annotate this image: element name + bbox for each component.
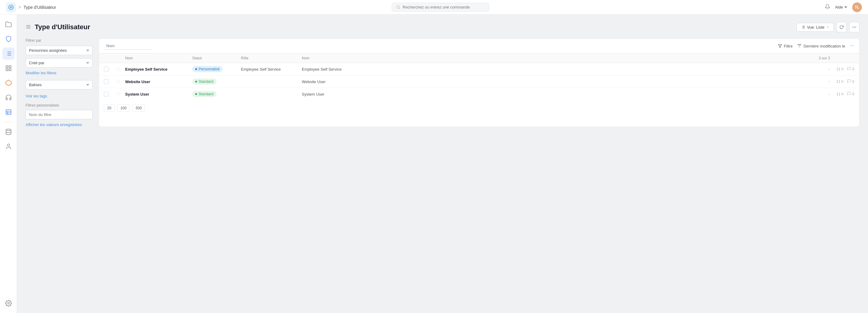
aide-button[interactable]: Aide [835, 5, 847, 9]
page-title: Type d'Utilisateur [35, 23, 90, 31]
row-time-comments: 11 h 0 [830, 92, 854, 96]
header-nom: Nom [125, 56, 192, 60]
page-header-right: Vue: Liste [797, 22, 860, 32]
search-bar[interactable] [392, 3, 489, 11]
row-name: System User [125, 92, 192, 96]
page-size-100[interactable]: 100 [117, 104, 130, 112]
header-empty [830, 56, 854, 60]
svg-rect-9 [6, 66, 8, 68]
svg-rect-10 [9, 66, 11, 68]
filter-by-label: Filtrer par [26, 38, 93, 43]
sidebar-item-support[interactable] [2, 91, 14, 103]
sidebar-item-cube[interactable] [2, 77, 14, 89]
row-status: Personnalisé [192, 66, 241, 72]
breadcrumb-title: Type d'Utilisateur [24, 5, 56, 10]
svg-point-38 [852, 45, 852, 46]
svg-point-18 [6, 129, 11, 131]
list-panel: Filtre Dernière modification le [99, 38, 860, 127]
app-logo[interactable] [6, 2, 16, 12]
filter-name-input[interactable] [26, 110, 93, 119]
row-name: Employee Self Service [125, 67, 192, 71]
svg-rect-14 [6, 109, 11, 115]
row-fav[interactable]: ♡ [116, 91, 125, 97]
refresh-button[interactable] [836, 22, 847, 32]
row-time: 11 h [836, 67, 843, 71]
created-by-filter-select[interactable]: Créé par [26, 58, 93, 68]
sidebar-item-database[interactable] [2, 126, 14, 138]
main-content: Type d'Utilisateur Vue: Liste Fi [17, 14, 868, 313]
header-checkbox-col [104, 56, 116, 60]
assignee-filter-select[interactable]: Personnes assignées [26, 46, 93, 55]
row-fav[interactable]: ♡ [116, 79, 125, 85]
table-row[interactable]: ♡ Website User Standard Website User - 1… [99, 75, 859, 88]
view-list-icon [801, 25, 805, 29]
more-options-button[interactable] [849, 22, 860, 32]
content-area: Filtrer par Personnes assignées Créé par… [26, 38, 860, 127]
row-dash: - [806, 92, 830, 96]
view-chevron-icon [826, 26, 829, 29]
custom-filters-section: Filtres personnalisés Afficher les valeu… [26, 103, 93, 127]
search-input[interactable] [403, 5, 485, 9]
top-nav: > Type d'Utilisateur Aide TL [0, 0, 868, 14]
sidebar-item-grid[interactable] [2, 62, 14, 74]
svg-line-2 [399, 8, 400, 8]
view-tags-link[interactable]: Voir les tags [26, 94, 93, 98]
table-row[interactable]: ♡ Employee Self Service Personnalisé Emp… [99, 63, 859, 75]
page-size-500[interactable]: 500 [132, 104, 145, 112]
row-time: 11 h [836, 92, 843, 96]
row-nom-value: Website User [302, 80, 806, 84]
more-dots-icon [852, 25, 857, 30]
row-checkbox[interactable] [104, 79, 116, 84]
row-comment-count: 0 [852, 80, 854, 84]
view-list-button[interactable]: Vue: Liste [797, 23, 834, 32]
row-comment-count: 0 [852, 67, 854, 71]
menu-icon[interactable] [26, 24, 31, 30]
show-saved-values-link[interactable]: Afficher les valeurs enregistrées [26, 122, 93, 127]
avatar[interactable]: TL [852, 2, 862, 12]
sidebar-item-settings[interactable] [2, 297, 14, 309]
sidebar-item-person[interactable] [2, 140, 14, 153]
bell-icon[interactable] [825, 4, 830, 10]
header-count: 3 sur 3 [806, 56, 830, 60]
name-search-input[interactable] [104, 42, 153, 50]
sort-button[interactable]: Dernière modification le [797, 44, 845, 49]
row-fav[interactable]: ♡ [116, 66, 125, 72]
row-time-comments: 11 h 0 [830, 79, 854, 84]
row-dash: - [806, 79, 830, 84]
row-role: Employee Self Service [241, 67, 302, 71]
toolbar-options[interactable] [850, 43, 854, 49]
sidebar-item-documents[interactable] [2, 18, 14, 30]
sidebar-item-table[interactable] [2, 106, 14, 118]
layout: Type d'Utilisateur Vue: Liste Fi [0, 0, 868, 313]
list-toolbar: Filtre Dernière modification le [99, 39, 859, 54]
row-checkbox[interactable] [104, 67, 116, 71]
table-body: ♡ Employee Self Service Personnalisé Emp… [99, 63, 859, 100]
breadcrumb-separator: > [18, 5, 21, 10]
top-nav-left: > Type d'Utilisateur [6, 2, 56, 12]
row-status: Standard [192, 91, 241, 97]
modify-filters-link[interactable]: Modifier les filtres [26, 71, 93, 75]
sidebar-item-security[interactable] [2, 33, 14, 45]
svg-marker-13 [5, 80, 11, 86]
filter-icon [778, 44, 782, 48]
toolbar-more-icon [850, 43, 854, 48]
header-fav-col [116, 56, 125, 60]
refresh-icon [839, 25, 844, 29]
row-dash: - [806, 67, 830, 71]
table-header: Nom Statut Rôle Nom 3 sur 3 [99, 54, 859, 63]
svg-marker-33 [778, 44, 782, 48]
tags-filter-select[interactable]: Balises [26, 80, 93, 90]
row-time: 11 h [836, 80, 843, 84]
svg-rect-11 [9, 69, 11, 71]
row-nom-value: System User [302, 92, 806, 96]
filter-button[interactable]: Filtre [778, 44, 793, 49]
search-icon [396, 5, 400, 9]
top-nav-right: Aide TL [825, 2, 862, 12]
row-checkbox[interactable] [104, 92, 116, 96]
page-size-20[interactable]: 20 [104, 104, 115, 112]
sidebar-divider [4, 122, 13, 122]
sidebar-item-list[interactable] [2, 48, 14, 60]
svg-point-1 [397, 6, 400, 8]
row-comment-icon [847, 67, 851, 71]
table-row[interactable]: ♡ System User Standard System User - 11 … [99, 88, 859, 100]
